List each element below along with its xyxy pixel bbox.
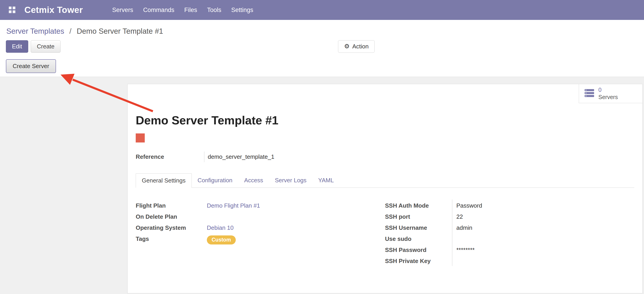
notebook-tabs: General Settings Configuration Access Se… xyxy=(136,174,634,188)
field-value xyxy=(452,234,456,235)
reference-value: demo_server_template_1 xyxy=(204,152,274,162)
breadcrumb-separator: / xyxy=(69,27,71,35)
field-row-flight-plan: Flight Plan Demo Flight Plan #1 xyxy=(136,200,385,211)
main-menu: Servers Commands Files Tools Settings xyxy=(107,0,258,20)
field-row-ssh-auth-mode: SSH Auth Mode Password xyxy=(385,200,634,211)
menu-item-files[interactable]: Files xyxy=(179,0,202,20)
apps-grid-icon[interactable] xyxy=(6,0,18,20)
field-value xyxy=(452,256,456,258)
left-field-group: Flight Plan Demo Flight Plan #1 On Delet… xyxy=(136,200,385,267)
flight-plan-link[interactable]: Demo Flight Plan #1 xyxy=(207,202,260,209)
menu-item-servers[interactable]: Servers xyxy=(107,0,138,20)
tab-yaml[interactable]: YAML xyxy=(312,174,340,188)
reference-label: Reference xyxy=(136,152,204,162)
form-toolbar: Edit Create ⚙ Action xyxy=(0,38,644,56)
breadcrumb-current: Demo Server Template #1 xyxy=(77,27,163,35)
tab-configuration[interactable]: Configuration xyxy=(192,174,238,188)
operating-system-link[interactable]: Debian 10 xyxy=(207,224,234,231)
field-label: Operating System xyxy=(136,223,207,231)
menu-item-tools[interactable]: Tools xyxy=(202,0,226,20)
action-button[interactable]: ⚙ Action xyxy=(338,40,374,53)
field-row-ssh-username: SSH Username admin xyxy=(385,223,634,234)
field-label: Tags xyxy=(136,234,207,242)
servers-icon xyxy=(584,88,594,99)
field-label: Flight Plan xyxy=(136,200,207,209)
tab-server-logs[interactable]: Server Logs xyxy=(269,174,312,188)
content-area: 0 Servers Demo Server Template #1 Refere… xyxy=(0,77,644,294)
field-row-on-delete-plan: On Delete Plan xyxy=(136,211,385,223)
reference-row: Reference demo_server_template_1 xyxy=(136,152,634,162)
field-value: Debian 10 xyxy=(207,223,234,231)
right-field-group: SSH Auth Mode Password SSH port 22 SSH U… xyxy=(385,200,634,267)
tab-access[interactable]: Access xyxy=(238,174,269,188)
form-sheet: 0 Servers Demo Server Template #1 Refere… xyxy=(127,84,643,293)
field-row-ssh-port: SSH port 22 xyxy=(385,211,634,223)
field-label: SSH Username xyxy=(385,223,452,231)
field-row-tags: Tags Custom xyxy=(136,234,385,245)
statusbar: Create Server xyxy=(0,56,644,77)
field-value: ******** xyxy=(452,245,475,253)
field-row-use-sudo: Use sudo xyxy=(385,234,634,245)
app-brand[interactable]: Cetmix Tower xyxy=(24,5,83,15)
field-row-operating-system: Operating System Debian 10 xyxy=(136,223,385,234)
field-value: 22 xyxy=(452,211,463,220)
create-button[interactable]: Create xyxy=(31,40,60,53)
field-groups: Flight Plan Demo Flight Plan #1 On Delet… xyxy=(136,200,634,267)
field-label: SSH port xyxy=(385,211,452,220)
field-value: Password xyxy=(452,200,482,209)
action-button-label: Action xyxy=(352,43,368,50)
field-label: SSH Auth Mode xyxy=(385,200,452,209)
field-value: Demo Flight Plan #1 xyxy=(207,200,260,209)
field-row-ssh-password: SSH Password ******** xyxy=(385,245,634,256)
field-label: Use sudo xyxy=(385,234,452,242)
breadcrumb-parent-link[interactable]: Server Templates xyxy=(6,27,64,35)
field-label: SSH Private Key xyxy=(385,256,452,265)
gear-icon: ⚙ xyxy=(344,43,350,50)
tab-general-settings[interactable]: General Settings xyxy=(136,174,192,188)
color-swatch xyxy=(136,133,145,142)
servers-stat-label: Servers xyxy=(598,94,618,101)
field-value: Custom xyxy=(207,234,236,244)
field-label: On Delete Plan xyxy=(136,211,207,220)
field-value: admin xyxy=(452,223,472,231)
menu-item-settings[interactable]: Settings xyxy=(226,0,258,20)
servers-stat-text: 0 Servers xyxy=(598,86,618,101)
servers-stat-button[interactable]: 0 Servers xyxy=(579,84,642,103)
tag-badge-custom: Custom xyxy=(207,235,236,244)
field-label: SSH Password xyxy=(385,245,452,253)
create-server-button[interactable]: Create Server xyxy=(6,59,56,73)
edit-button[interactable]: Edit xyxy=(6,40,28,53)
menu-item-commands[interactable]: Commands xyxy=(138,0,179,20)
top-navbar: Cetmix Tower Servers Commands Files Tool… xyxy=(0,0,644,20)
servers-count: 0 xyxy=(598,86,618,93)
field-row-ssh-private-key: SSH Private Key xyxy=(385,256,634,267)
page-title: Demo Server Template #1 xyxy=(136,113,634,127)
breadcrumb: Server Templates / Demo Server Template … xyxy=(0,20,644,38)
